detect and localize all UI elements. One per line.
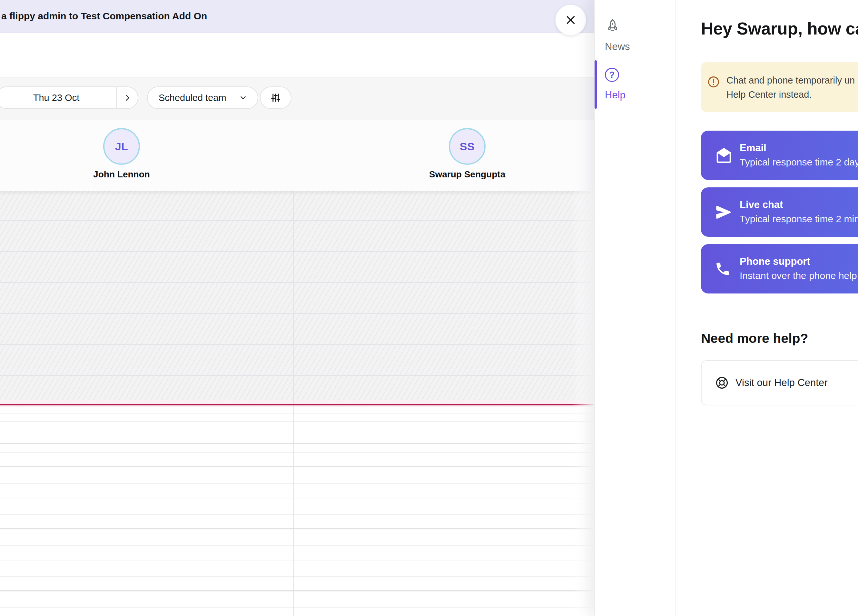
warning-text: Chat and phone temporarily un Help Cente… (726, 73, 855, 112)
channel-title: Phone support (740, 256, 810, 268)
phone-icon (715, 261, 731, 277)
phone-support-button[interactable]: Phone support Instant over the phone hel… (701, 244, 858, 294)
live-chat-button[interactable]: Live chat Typical response time 2 min (701, 187, 858, 237)
rail-item-news[interactable]: News (605, 18, 630, 53)
date-picker-button[interactable]: Thu 23 Oct (0, 87, 117, 108)
channel-title: Email (740, 142, 766, 154)
banner-close-button[interactable] (555, 5, 586, 36)
rail-item-label: News (605, 41, 630, 53)
unavailable-hours-hatch (0, 191, 594, 407)
help-drawer: News ? Help Hey Swarup, how ca Chat and (594, 0, 858, 616)
send-icon (715, 203, 732, 221)
avatar-initials: SS (460, 140, 475, 153)
schedule-grid[interactable] (0, 191, 594, 616)
help-panel-title: Hey Swarup, how ca (701, 19, 858, 38)
chevron-down-icon (239, 93, 247, 102)
date-navigator: Thu 23 Oct (0, 86, 138, 109)
app-root: a flippy admin to Test Compensation Add … (0, 0, 858, 616)
team-selector-label: Scheduled team (159, 93, 226, 103)
person-name: John Lennon (57, 169, 186, 180)
help-center-label: Visit our Help Center (735, 377, 827, 389)
avatar[interactable]: SS (449, 128, 486, 165)
channel-subtitle: Typical response time 2 days (740, 157, 858, 168)
warning-line-2: Help Center instead. (726, 87, 855, 101)
more-help-heading: Need more help? (701, 331, 808, 346)
active-tab-indicator (595, 60, 597, 109)
close-icon (564, 13, 577, 27)
rail-item-label: Help (605, 89, 625, 101)
lifebuoy-icon (715, 376, 729, 390)
people-header: JL John Lennon SS Swarup Sengupta (0, 120, 594, 191)
alert-circle-icon (707, 75, 720, 112)
team-selector[interactable]: Scheduled team (147, 86, 258, 109)
schedule-view: a flippy admin to Test Compensation Add … (0, 0, 594, 616)
help-center-button[interactable]: Visit our Help Center (701, 360, 858, 405)
warning-callout: Chat and phone temporarily un Help Cente… (701, 62, 858, 112)
email-support-button[interactable]: Email Typical response time 2 days (701, 131, 858, 180)
header-shadow (0, 191, 594, 196)
person-column-header: SS Swarup Sengupta (403, 120, 532, 180)
current-time-line (0, 404, 594, 405)
next-day-button[interactable] (117, 87, 138, 108)
sliders-icon (270, 92, 281, 104)
channel-title: Live chat (740, 199, 783, 211)
avatar[interactable]: JL (103, 128, 140, 165)
drawer-nav-rail: News ? Help (595, 0, 676, 616)
schedule-toolbar: Thu 23 Oct Scheduled team (0, 77, 594, 120)
channel-subtitle: Typical response time 2 min (740, 213, 858, 224)
column-divider (294, 191, 294, 616)
help-panel: Hey Swarup, how ca Chat and phone tempor… (676, 0, 858, 616)
rocket-icon (605, 18, 630, 34)
open-hours-grid (0, 407, 594, 616)
person-column-header: JL John Lennon (57, 120, 186, 180)
avatar-initials: JL (115, 140, 128, 153)
channel-subtitle: Instant over the phone help (740, 270, 857, 281)
question-circle-icon: ? (605, 68, 619, 82)
current-time-highlight (0, 400, 594, 407)
grid-edge-fade (572, 191, 594, 616)
notification-banner: a flippy admin to Test Compensation Add … (0, 0, 594, 33)
warning-line-1: Chat and phone temporarily un (726, 73, 855, 87)
email-icon (715, 146, 733, 165)
person-name: Swarup Sengupta (403, 169, 532, 180)
rail-item-help[interactable]: ? Help (605, 68, 625, 101)
chevron-right-icon (123, 93, 132, 102)
banner-text: a flippy admin to Test Compensation Add … (1, 0, 207, 32)
filter-button[interactable] (260, 86, 291, 109)
